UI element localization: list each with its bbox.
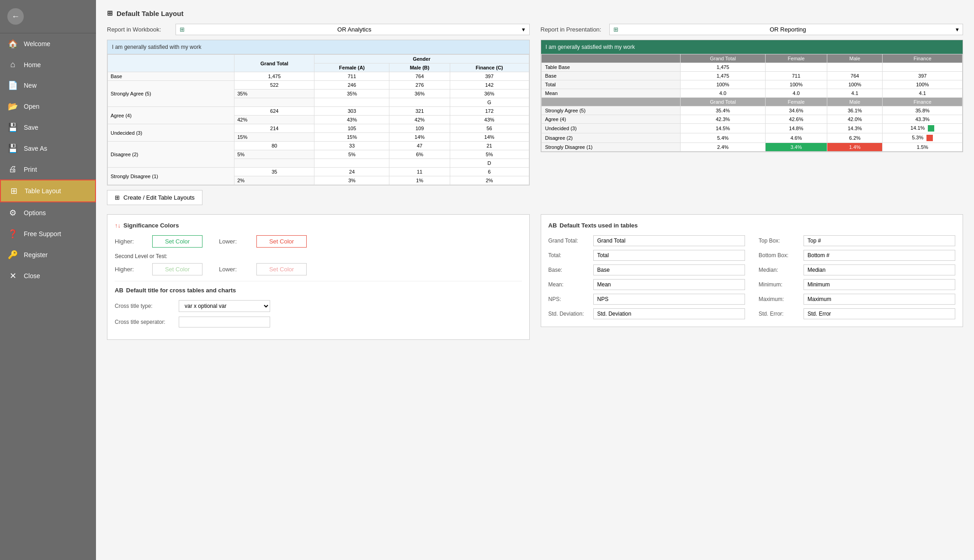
table-row: Disagree (2) 5.4%4.6%6.2% 5.3%	[541, 133, 963, 143]
report-presentation-label: Report in Presentation:	[541, 26, 605, 33]
top-box-input[interactable]	[804, 235, 955, 246]
table-row: Table Base 1,475	[541, 63, 963, 72]
report-workbook-select[interactable]: ⊞ OR Analytics ▾	[176, 24, 530, 35]
create-edit-button[interactable]: ⊞ Create / Edit Table Layouts	[107, 190, 202, 205]
table-row: Mean 4.04.04.14.1	[541, 89, 963, 98]
left-table-preview: I am generally satisfied with my work Gr…	[107, 40, 530, 185]
sidebar-item-home[interactable]: ⌂ Home	[0, 54, 96, 75]
maximum-input[interactable]	[804, 294, 955, 305]
top-panels: Report in Workbook: ⊞ OR Analytics ▾ I a…	[107, 24, 963, 205]
table-row: Strongly Agree (5) 35.4%34.6%36.1%35.8%	[541, 106, 963, 115]
create-icon: ⊞	[115, 194, 120, 201]
sidebar-item-label: Table Layout	[25, 187, 61, 195]
sidebar-item-save[interactable]: 💾 Save	[0, 117, 96, 138]
total-input[interactable]	[593, 250, 745, 261]
sidebar-item-label: Save	[24, 124, 38, 131]
grand-total-row: Grand Total:	[548, 235, 745, 246]
base-row: Base:	[548, 264, 745, 275]
std-dev-label: Std. Deviation:	[548, 311, 590, 317]
cross-title-sep-input[interactable]	[179, 317, 270, 328]
table-row: Base 1,475711764397	[541, 72, 963, 80]
register-icon: 🔑	[7, 250, 18, 260]
sidebar-item-close[interactable]: ✕ Close	[0, 265, 96, 286]
main-content: ⊞ Default Table Layout Report in Workboo…	[96, 0, 974, 560]
base-label: Base:	[548, 267, 590, 273]
sig-higher-row: Higher: Set Color Lower: Set Color	[115, 235, 522, 248]
texts-icon: AB	[548, 222, 557, 229]
sidebar-item-free-support[interactable]: ❓ Free Support	[0, 223, 96, 244]
sig-lower-set-color-button[interactable]: Set Color	[256, 235, 307, 248]
table-layout-icon2: ⊞	[107, 9, 113, 17]
default-texts-box: AB Default Texts used in tables Grand To…	[541, 214, 963, 327]
male-header: Male (B)	[389, 63, 450, 72]
median-input[interactable]	[804, 264, 955, 275]
sidebar-item-register[interactable]: 🔑 Register	[0, 244, 96, 265]
sig-higher2-set-color-button[interactable]: Set Color	[152, 263, 202, 275]
open-icon: 📂	[7, 101, 18, 111]
top-box-row: Top Box:	[759, 235, 955, 246]
table-row: Strongly Disagree (1) 2.4% 3.4% 1.4% 1.5…	[541, 143, 963, 152]
report-presentation-select[interactable]: ⊞ OR Reporting ▾	[609, 24, 963, 35]
cross-title-sep-label: Cross title seperator:	[115, 319, 174, 325]
sig-icon: ↑↓	[115, 222, 121, 229]
sig-lower2-label: Lower:	[219, 266, 251, 273]
maximum-label: Maximum:	[759, 296, 800, 302]
nps-label: NPS:	[548, 296, 590, 302]
sidebar-item-open[interactable]: 📂 Open	[0, 96, 96, 117]
empty-header	[108, 55, 234, 72]
std-error-row: Std. Error:	[759, 308, 955, 319]
section-separator-row: Grand Total Female Male Finance	[541, 98, 963, 106]
sidebar-item-welcome[interactable]: 🏠 Welcome	[0, 33, 96, 54]
grid-icon-pres: ⊞	[613, 26, 618, 33]
sig-lower2-set-color-button[interactable]: Set Color	[256, 263, 307, 275]
cross-title-type-label: Cross title type:	[115, 303, 174, 309]
report-presentation-value: OR Reporting	[770, 26, 806, 33]
total-row: Total:	[548, 250, 745, 261]
nps-input[interactable]	[593, 294, 745, 305]
texts-left-col: Grand Total: Total: Base: Mean:	[548, 235, 745, 319]
sidebar-item-new[interactable]: 📄 New	[0, 75, 96, 96]
base-input[interactable]	[593, 264, 745, 275]
std-error-input[interactable]	[804, 308, 955, 319]
new-icon: 📄	[7, 80, 18, 90]
report-presentation-row: Report in Presentation: ⊞ OR Reporting ▾	[541, 24, 963, 35]
second-level-label: Second Level or Test:	[115, 253, 522, 259]
mean-input[interactable]	[593, 279, 745, 290]
save-as-icon: 💾	[7, 143, 18, 153]
print-icon: 🖨	[7, 164, 18, 174]
left-preview-panel: Report in Workbook: ⊞ OR Analytics ▾ I a…	[107, 24, 530, 205]
report-workbook-row: Report in Workbook: ⊞ OR Analytics ▾	[107, 24, 530, 35]
std-dev-input[interactable]	[593, 308, 745, 319]
total-label: Total:	[548, 252, 590, 259]
green-indicator	[928, 125, 934, 132]
median-label: Median:	[759, 267, 800, 273]
table-row: Total 100%100%100%100%	[541, 80, 963, 89]
close-icon: ✕	[7, 271, 18, 281]
female-header: Female (A)	[314, 63, 389, 72]
mean-label: Mean:	[548, 281, 590, 288]
bottom-box-input[interactable]	[804, 250, 955, 261]
home-icon: ⌂	[7, 60, 18, 69]
cross-title-sep-row: Cross title seperator:	[115, 317, 522, 328]
save-icon: 💾	[7, 122, 18, 132]
dropdown-arrow2: ▾	[956, 26, 959, 33]
table-row: Agree (4) 42.3%42.6%42.0%43.3%	[541, 115, 963, 124]
back-button[interactable]: ←	[7, 8, 24, 25]
welcome-icon: 🏠	[7, 39, 18, 49]
support-icon: ❓	[7, 229, 18, 239]
grand-total-input[interactable]	[593, 235, 745, 246]
sidebar-item-print[interactable]: 🖨 Print	[0, 159, 96, 180]
sidebar-item-table-layout[interactable]: ⊞ Table Layout	[0, 180, 96, 202]
sig-higher-set-color-button[interactable]: Set Color	[152, 235, 202, 248]
sidebar-item-label: Options	[24, 209, 46, 217]
table-row: Undecided (3) 14.5%14.8%14.3% 14.1%	[541, 124, 963, 133]
minimum-input[interactable]	[804, 279, 955, 290]
cross-title-type-select[interactable]: var x optional var var only optional var…	[179, 300, 270, 312]
sidebar-item-save-as[interactable]: 💾 Save As	[0, 138, 96, 159]
table-row: Disagree (2) 80334721	[108, 142, 529, 150]
sidebar-item-options[interactable]: ⚙ Options	[0, 202, 96, 223]
divider	[115, 281, 522, 281]
preview-table-right: Grand Total Female Male Finance Table Ba…	[541, 54, 963, 152]
sidebar-back[interactable]: ←	[0, 0, 96, 33]
sig-higher2-label: Higher:	[115, 266, 147, 273]
